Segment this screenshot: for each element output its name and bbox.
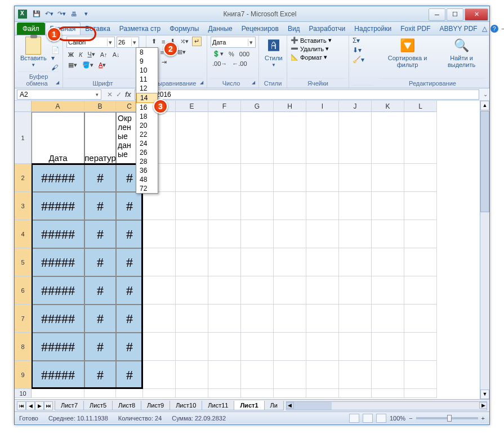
cell[interactable] [143,276,176,305]
cell[interactable] [274,220,306,248]
chevron-down-icon[interactable]: ▾ [248,39,254,46]
column-header-L[interactable]: L [404,101,437,112]
data-cell[interactable]: # [116,361,143,389]
number-format-combo[interactable]: Дата▾ [211,37,256,48]
cell[interactable] [274,164,306,192]
cell[interactable] [241,361,274,389]
sheet-tab-Лист9[interactable]: Лист9 [141,401,170,410]
sheet-tab-Лист7[interactable]: Лист7 [55,401,84,410]
alignment-launcher-icon[interactable]: ◢ [200,80,203,85]
align-top-icon[interactable]: ⬆ [150,37,158,46]
data-cell[interactable]: ##### [32,220,84,248]
column-header-I[interactable]: I [306,101,339,112]
cell[interactable] [143,389,176,398]
scroll-up-icon[interactable]: ▲ [480,101,489,110]
prev-sheet-icon[interactable]: ◀ [26,401,35,410]
clear-icon[interactable]: 🧹▾ [353,56,364,64]
vertical-scrollbar[interactable]: ▲ ▼ [480,101,489,399]
name-box[interactable]: A2▾ [17,90,101,100]
scroll-thumb[interactable] [480,111,489,212]
cell[interactable] [372,164,404,192]
tab-data[interactable]: Данные [203,23,237,35]
cell[interactable] [404,192,437,220]
cell[interactable] [339,333,372,361]
find-select-button[interactable]: 🔍Найти и выделить [438,37,485,69]
increase-font-icon[interactable]: A↑ [99,51,109,59]
row-header-6[interactable]: 6 [15,276,32,305]
normal-view-icon[interactable] [349,414,359,423]
cell[interactable] [143,248,176,276]
sort-filter-button[interactable]: 🔽Сортировка и фильтр [380,37,435,69]
fill-color-button[interactable]: 🪣▾ [81,61,95,69]
cell[interactable] [372,389,404,398]
column-header-A[interactable]: A [32,101,84,112]
cell[interactable] [404,112,437,164]
next-sheet-icon[interactable]: ▶ [35,401,44,410]
font-size-dropdown-icon[interactable]: ▾ [131,39,137,46]
column-header-H[interactable]: H [274,101,306,112]
cell[interactable] [176,305,208,333]
chevron-down-icon[interactable]: ▾ [107,39,113,46]
copy-icon[interactable]: 📄▾ [51,46,60,62]
cell[interactable] [143,333,176,361]
cell[interactable] [372,248,404,276]
sheet-tab-Ли[interactable]: Ли [264,401,284,410]
select-all-button[interactable] [15,101,32,112]
font-color-button[interactable]: A▾ [97,61,108,69]
font-size-option-9[interactable]: 9 [136,57,158,66]
cell[interactable] [339,276,372,305]
data-cell[interactable]: # [84,164,116,192]
tab-addins[interactable]: Надстройки [350,23,396,35]
row-header-1[interactable]: 1 [15,112,32,164]
cell[interactable] [143,220,176,248]
decrease-font-icon[interactable]: A↓ [111,51,122,59]
cell[interactable] [241,192,274,220]
tab-insert[interactable]: Вставка [81,23,115,35]
insert-cells-button[interactable]: ➕ Вставить ▾ [291,37,332,44]
increase-decimal-icon[interactable]: .00→ [211,60,229,68]
cell[interactable] [404,361,437,389]
cell[interactable] [176,192,208,220]
sheet-tab-Лист11[interactable]: Лист11 [202,401,234,410]
cell[interactable] [274,305,306,333]
tab-review[interactable]: Рецензиров [237,23,283,35]
cell[interactable] [372,192,404,220]
doc-minimize-icon[interactable]: ─ [502,25,504,33]
cell[interactable] [339,112,372,164]
data-cell[interactable]: # [84,333,116,361]
font-size-option-11[interactable]: 11 [136,75,158,84]
header-cell-B[interactable]: ператур [84,112,116,164]
row-header-8[interactable]: 8 [15,333,32,361]
cell[interactable] [241,220,274,248]
font-size-option-28[interactable]: 28 [136,157,158,166]
cell[interactable] [274,361,306,389]
minimize-button[interactable]: ─ [429,8,445,21]
styles-button[interactable]: 🅰Стили▼ [262,37,285,69]
cell[interactable] [306,305,339,333]
expand-formula-icon[interactable]: ⌄ [483,91,488,97]
page-break-view-icon[interactable] [376,414,386,423]
italic-button[interactable]: К [77,51,84,59]
cell[interactable] [32,389,84,398]
cell[interactable] [241,164,274,192]
last-sheet-icon[interactable]: ⏭ [44,401,53,410]
cell[interactable] [274,112,306,164]
cells-area[interactable]: ДатапературОкрленыеданые################… [32,112,489,399]
cell[interactable] [306,220,339,248]
tab-file[interactable]: Файл [17,23,45,35]
data-cell[interactable]: ##### [32,333,84,361]
cell[interactable] [116,389,143,398]
cell[interactable] [372,112,404,164]
fill-icon[interactable]: ⬇▾ [353,46,362,54]
formula-bar[interactable]: 05.06.2016⌄ [135,90,479,100]
redo-icon[interactable]: ↷▾ [56,9,66,19]
tab-abbyy[interactable]: ABBYY PDF [435,23,482,35]
cell[interactable] [372,220,404,248]
qat-more-icon[interactable]: ▾ [81,9,91,19]
cell[interactable] [176,389,208,398]
cell[interactable] [176,361,208,389]
sheet-tab-Лист10[interactable]: Лист10 [170,401,202,410]
bold-button[interactable]: Ж [66,51,75,59]
cell[interactable] [339,164,372,192]
row-header-3[interactable]: 3 [15,192,32,220]
